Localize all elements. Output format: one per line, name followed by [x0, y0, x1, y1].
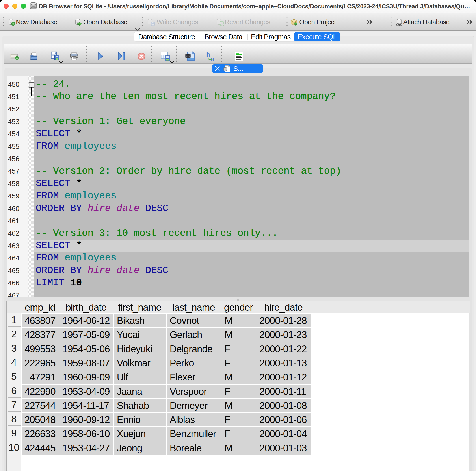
svg-text:h: h	[206, 51, 210, 58]
svg-text:a: a	[211, 55, 214, 61]
